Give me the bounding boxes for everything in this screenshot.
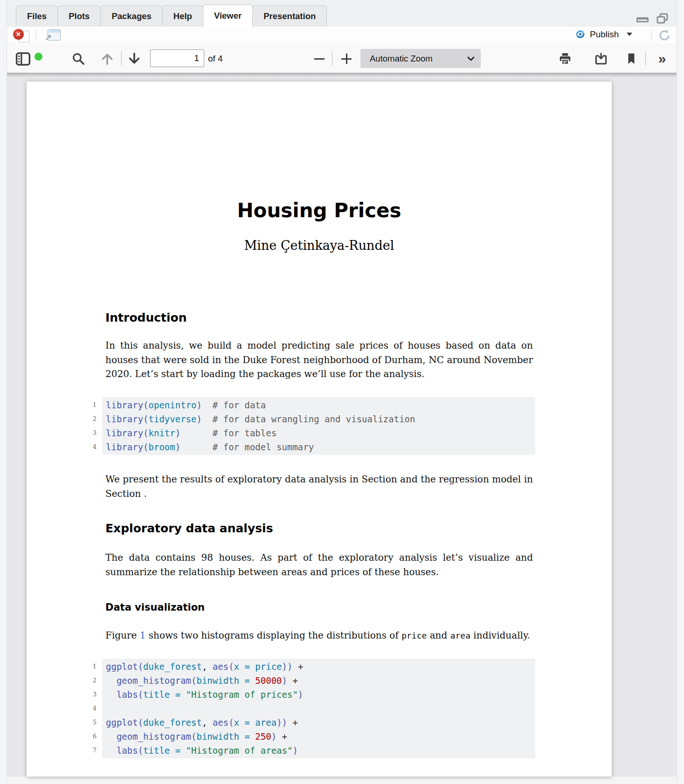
line-number: 4 xyxy=(83,701,97,715)
intro-paragraph: In this analysis, we build a model predi… xyxy=(105,338,533,381)
code-line: 3library(knitr) # for tables xyxy=(102,426,535,440)
popout-arrow-icon: ↗ xyxy=(45,33,52,41)
document-title: Housing Prices xyxy=(27,199,612,222)
bookmark-icon xyxy=(625,52,637,65)
tab-presentation[interactable]: Presentation xyxy=(252,6,327,27)
publish-icon xyxy=(575,29,586,40)
code-line: 5ggplot(duke_forest, aes(x = area)) + xyxy=(102,715,535,729)
next-page-button[interactable] xyxy=(126,50,143,67)
close-icon: ✕ xyxy=(13,29,24,40)
line-number: 1 xyxy=(83,660,97,674)
status-green-dot xyxy=(34,52,43,62)
line-number: 3 xyxy=(83,688,97,701)
tab-viewer[interactable]: Viewer xyxy=(203,5,253,27)
pane-window-buttons xyxy=(636,13,669,24)
minus-icon xyxy=(314,58,325,60)
arrow-down-icon xyxy=(127,52,141,66)
save-button[interactable] xyxy=(593,50,609,67)
minimize-pane-icon[interactable] xyxy=(636,14,649,23)
tab-strip: FilesPlotsPackagesHelpViewerPresentation xyxy=(16,5,326,27)
subsection-heading-data-visualization: Data visualization xyxy=(105,602,205,613)
code-line: 6 geom_histogram(binwidth = 250) + xyxy=(102,729,535,743)
zoom-in-button[interactable] xyxy=(338,50,355,67)
document-author: Mine Çetinkaya-Rundel xyxy=(27,238,612,253)
publish-caret-icon xyxy=(627,33,632,36)
toolbar-separator xyxy=(645,51,646,66)
line-number: 7 xyxy=(83,743,97,757)
sidebar-icon xyxy=(15,51,31,67)
figure-reference-link[interactable]: 1 xyxy=(140,630,146,641)
code-line: 2 geom_histogram(binwidth = 50000) + xyxy=(102,674,535,688)
search-icon xyxy=(71,52,85,66)
code-line: 1library(openintro) # for data xyxy=(102,398,535,412)
code-block-libraries: 1library(openintro) # for data2library(t… xyxy=(102,397,535,455)
print-button[interactable] xyxy=(557,50,573,67)
tab-plots[interactable]: Plots xyxy=(57,6,101,27)
code-line: 4 xyxy=(102,701,535,715)
section-heading-introduction: Introduction xyxy=(105,311,187,324)
zoom-out-button[interactable] xyxy=(311,50,328,67)
code-line: 4library(broom) # for model summary xyxy=(102,440,535,454)
page-count-label: of 4 xyxy=(208,44,223,73)
line-number: 2 xyxy=(83,412,97,426)
toolbar-separator xyxy=(121,51,122,66)
arrow-up-icon xyxy=(100,52,114,66)
page-number-input[interactable] xyxy=(150,49,204,67)
inline-code: price xyxy=(401,631,427,640)
find-button[interactable] xyxy=(70,50,87,67)
plus-icon xyxy=(341,54,352,64)
open-in-new-window-button[interactable]: ↗ xyxy=(45,29,61,41)
line-number: 4 xyxy=(83,440,97,454)
publish-label: Publish xyxy=(590,29,619,40)
viewer-toolbar: ✕ ↗ Publish xyxy=(7,27,677,45)
pane-tab-bar: FilesPlotsPackagesHelpViewerPresentation xyxy=(7,0,677,27)
scroll-track[interactable] xyxy=(7,777,677,784)
pdf-toolbar: of 4 Automatic Zoom xyxy=(7,44,677,73)
pdf-viewer-area[interactable]: Housing Prices Mine Çetinkaya-Rundel Int… xyxy=(7,73,677,784)
line-number: 5 xyxy=(83,715,97,729)
line-number: 3 xyxy=(83,426,97,440)
tab-help[interactable]: Help xyxy=(162,6,203,27)
pane-right-gutter xyxy=(677,0,684,784)
code-line: 7 labs(title = "Histogram of areas") xyxy=(102,743,535,757)
pane-left-gutter xyxy=(0,0,7,784)
code-line: 1ggplot(duke_forest, aes(x = price)) + xyxy=(102,660,535,674)
tab-files[interactable]: Files xyxy=(16,6,58,27)
toolbar-separator xyxy=(36,30,36,41)
section-heading-eda: Exploratory data analysis xyxy=(105,522,273,535)
code-block-ggplot: 1ggplot(duke_forest, aes(x = price)) +2 … xyxy=(102,659,535,758)
zoom-select-value: Automatic Zoom xyxy=(370,54,433,64)
double-chevron-icon: » xyxy=(658,51,666,67)
toggle-sidebar-button[interactable] xyxy=(14,50,31,67)
tab-packages[interactable]: Packages xyxy=(100,6,162,27)
toolbar-separator xyxy=(651,30,652,41)
line-number: 2 xyxy=(83,674,97,688)
line-number: 1 xyxy=(83,398,97,412)
more-tools-button[interactable]: » xyxy=(654,50,670,67)
zoom-select[interactable]: Automatic Zoom xyxy=(360,49,481,68)
previous-page-button[interactable] xyxy=(99,50,116,67)
figure-paragraph: Figure 1 shows two histograms displaying… xyxy=(105,628,533,643)
eda-paragraph: The data contains 98 houses. As part of … xyxy=(105,550,533,579)
refresh-viewer-button[interactable] xyxy=(657,28,671,42)
code-line: 3 labs(title = "Histogram of prices") xyxy=(102,688,535,701)
bookmark-button[interactable] xyxy=(623,50,640,67)
present-paragraph: We present the results of exploratory da… xyxy=(105,472,533,501)
line-number: 6 xyxy=(83,729,97,743)
code-line: 2library(tidyverse) # for data wrangling… xyxy=(102,412,535,426)
inline-code: area xyxy=(450,631,470,640)
clear-viewer-button[interactable]: ✕ xyxy=(13,29,32,42)
publish-button[interactable]: Publish xyxy=(575,29,632,40)
print-icon xyxy=(558,52,572,66)
toolbar-separator xyxy=(332,51,332,66)
toolbar-shadow xyxy=(7,73,677,78)
pdf-page-1: Housing Prices Mine Çetinkaya-Rundel Int… xyxy=(27,82,612,777)
maximize-pane-icon[interactable] xyxy=(656,13,669,24)
chevron-down-icon xyxy=(467,56,475,61)
rstudio-viewer-pane: FilesPlotsPackagesHelpViewerPresentation… xyxy=(0,0,684,784)
download-icon xyxy=(594,52,608,66)
